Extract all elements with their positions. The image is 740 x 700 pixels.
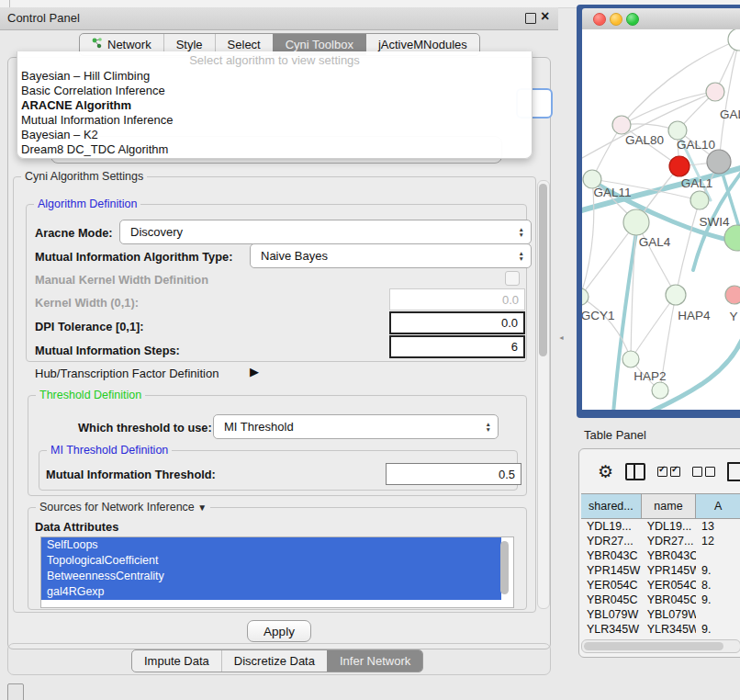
table-cell (696, 548, 740, 563)
close-icon[interactable]: × (541, 8, 549, 25)
table-row[interactable]: YDR27...YDR27...12 (581, 534, 740, 548)
document-icon[interactable] (727, 462, 740, 481)
which-threshold-combobox[interactable]: MI Threshold ▲▼ (213, 414, 499, 439)
manual-kernel-checkbox[interactable] (505, 271, 520, 286)
network-canvas[interactable]: GALGAL80GAL10GAL1GAL11SWI4GAL4GCY1HAP4YH… (582, 29, 740, 410)
split-view-icon[interactable] (625, 463, 645, 480)
network-edge[interactable] (676, 200, 700, 295)
network-node-node-bottom[interactable] (652, 382, 668, 399)
network-node-node-top-right[interactable] (728, 29, 740, 51)
network-edge[interactable] (631, 295, 676, 359)
table-cell: YDL19... (642, 519, 696, 534)
dropdown-item[interactable]: Bayesian – K2 (19, 128, 533, 142)
mini-window-icon[interactable] (7, 683, 24, 700)
zoom-traffic-light-icon[interactable] (626, 13, 639, 26)
dropdown-item[interactable]: Basic Correlation Inference (19, 84, 533, 98)
dropdown-item[interactable]: ARACNE Algorithm (19, 98, 533, 113)
mi-steps-value: 6 (511, 340, 518, 354)
chevron-down-icon[interactable]: ▼ (197, 502, 207, 513)
network-node-pink-node[interactable] (725, 286, 740, 304)
table-row[interactable]: YER054CYER054C8. (581, 578, 740, 593)
table-cell: YPR145W (642, 563, 696, 578)
table-row[interactable]: YBR043CYBR043C (581, 548, 740, 563)
network-node-GAL80[interactable] (612, 116, 631, 134)
tab-discretize-data[interactable]: Discretize Data (221, 650, 327, 672)
dropdown-item[interactable]: Dream8 DC_TDC Algorithm (19, 142, 533, 157)
dpi-tolerance-value: 0.0 (501, 316, 518, 330)
panel-divider-handle[interactable]: ◄ (558, 334, 565, 341)
gear-icon[interactable]: ⚙ (598, 461, 613, 482)
tab-label: Infer Network (340, 654, 410, 668)
aracne-mode-combobox[interactable]: Discovery ▲▼ (119, 220, 532, 244)
mi-threshold-value: 0.5 (499, 468, 515, 481)
column-header-2[interactable]: name (642, 494, 696, 518)
which-threshold-value: MI Threshold (224, 420, 294, 434)
network-node-GAL10[interactable] (668, 121, 687, 140)
network-node-HAP2[interactable] (622, 351, 639, 367)
tab-infer-network[interactable]: Infer Network (327, 650, 422, 672)
table-cell: 9. (696, 622, 740, 637)
column-header-3[interactable]: A (696, 494, 740, 518)
mi-type-value: Naive Bayes (261, 249, 328, 263)
table-scrollbar-thumb[interactable] (584, 642, 723, 650)
mi-steps-field[interactable]: 6 (389, 335, 525, 358)
dropdown-item[interactable]: Mutual Information Inference (19, 113, 533, 128)
sources-title: Sources for Network Inference ▼ (36, 501, 210, 514)
table-row[interactable]: YBR045CYBR045C9. (581, 593, 740, 607)
attribute-list-item[interactable]: BetweennessCentrality (41, 569, 501, 584)
chevron-right-icon[interactable]: ▶ (250, 365, 259, 378)
float-window-icon[interactable] (525, 13, 536, 24)
table-cell: 8. (696, 578, 740, 593)
network-node-SWI4[interactable] (690, 191, 709, 209)
network-window-titlebar[interactable] (582, 8, 740, 30)
table-row[interactable]: YDL19...YDL19...13 (581, 519, 740, 534)
deselect-checkboxes-icon[interactable] (692, 467, 715, 477)
table-row[interactable]: YPR145WYPR145W9. (581, 563, 740, 578)
network-node-green-node[interactable] (724, 225, 740, 251)
network-node-gal-partial[interactable] (706, 83, 724, 101)
mi-threshold-field[interactable]: 0.5 (386, 463, 521, 485)
tab-label: Style (176, 38, 203, 51)
mi-threshold-label: Mutual Information Threshold: (46, 468, 216, 481)
network-edge[interactable] (622, 92, 715, 125)
attribute-list-item[interactable]: SelfLoops (41, 537, 501, 553)
table-cell: YDR27... (581, 534, 642, 548)
select-all-checkboxes-icon[interactable] (657, 467, 680, 477)
close-traffic-light-icon[interactable] (593, 13, 606, 26)
network-edge[interactable] (582, 179, 594, 297)
network-node-label: GAL10 (677, 138, 715, 152)
network-node-HAP4[interactable] (666, 285, 686, 305)
node-table: shared...nameAYDL19...YDL19...13YDR27...… (581, 493, 740, 651)
dpi-tolerance-field[interactable]: 0.0 (389, 311, 525, 334)
network-node-GCY1[interactable] (582, 288, 589, 305)
network-node-GAL1[interactable] (669, 156, 690, 176)
table-row[interactable]: YLR345WYLR345W9. (581, 622, 740, 637)
control-panel-titlebar: Control Panel × (0, 7, 558, 30)
table-cell: YDR27... (642, 534, 696, 548)
attr-list-scrollbar-thumb[interactable] (500, 541, 509, 594)
network-node-gray-node[interactable] (707, 150, 731, 174)
cyni-settings-title: Cyni Algorithm Settings (21, 170, 147, 183)
apply-button[interactable]: Apply (247, 620, 311, 642)
column-header-1[interactable]: shared... (581, 494, 642, 518)
table-row[interactable]: YBL079WYBL079W (581, 607, 740, 622)
network-node-label: HAP4 (678, 309, 711, 322)
kernel-width-field[interactable]: 0.0 (389, 288, 525, 310)
attribute-list-item[interactable]: TopologicalCoefficient (41, 553, 501, 569)
tab-label: Impute Data (144, 654, 209, 668)
settings-scrollbar[interactable] (537, 180, 550, 609)
tab-impute-data[interactable]: Impute Data (132, 650, 221, 672)
screenshot-stage: Control Panel × NetworkStyleSelectCyni T… (0, 0, 740, 700)
data-attributes-list[interactable]: SelfLoopsTopologicalCoefficientBetweenne… (40, 536, 514, 608)
settings-scrollbar-thumb[interactable] (539, 184, 547, 356)
dpi-tolerance-label: DPI Tolerance [0,1]: (35, 320, 144, 333)
minimize-traffic-light-icon[interactable] (610, 13, 622, 26)
hub-definition-label[interactable]: Hub/Transcription Factor Definition (35, 367, 219, 380)
mi-type-combobox[interactable]: Naive Bayes ▲▼ (250, 243, 532, 268)
network-node-GAL4[interactable] (623, 209, 649, 235)
network-edge[interactable] (719, 40, 739, 162)
table-horizontal-scrollbar[interactable] (581, 639, 740, 653)
attribute-list-item[interactable]: gal4RGexp (41, 584, 501, 600)
table-cell: YDL19... (581, 519, 642, 534)
dropdown-item[interactable]: Bayesian – Hill Climbing (19, 69, 533, 84)
